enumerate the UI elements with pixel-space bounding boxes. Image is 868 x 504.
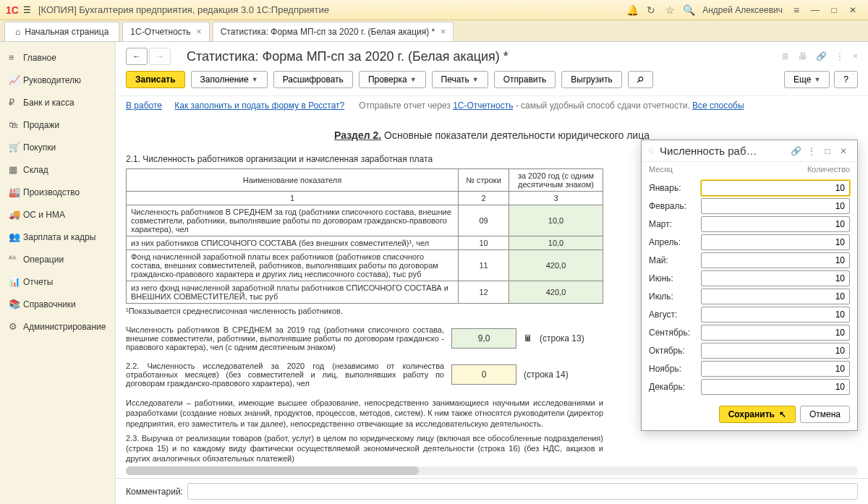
star-icon[interactable]: ☆: [660, 4, 679, 16]
sidebar-item-purchases[interactable]: 🛒Покупки: [0, 136, 115, 158]
search-icon[interactable]: 🔍: [679, 4, 698, 16]
month-input[interactable]: [701, 361, 850, 377]
people-icon: 👥: [9, 231, 23, 242]
month-row: Октябрь:: [649, 343, 850, 359]
headcount-popup: ☆ Численность раб… 🔗 ⋮ □ ✕ Месяц Количес…: [641, 140, 858, 431]
link-icon[interactable]: 🔗: [788, 146, 804, 156]
save-button[interactable]: Сохранить↖: [719, 406, 796, 423]
para-researchers: Исследователи – работники, имеющие высше…: [126, 398, 603, 429]
maximize-icon[interactable]: □: [820, 146, 835, 156]
ruble-icon: ₽: [9, 97, 23, 108]
tab-statistics[interactable]: Статистика: Форма МП-сп за 2020 г. (Бела…: [213, 22, 454, 41]
month-input[interactable]: [701, 325, 850, 341]
bag-icon: 🛍: [9, 119, 23, 130]
month-input[interactable]: [701, 289, 850, 304]
sidebar-item-catalogs[interactable]: 📚Справочники: [0, 293, 115, 315]
close-icon[interactable]: ×: [197, 27, 202, 37]
print-button[interactable]: Печать▼: [432, 71, 488, 88]
month-row: Ноябрь:: [649, 361, 850, 377]
kebab-icon[interactable]: ⋮: [804, 146, 820, 156]
send-button[interactable]: Отправить: [494, 71, 556, 88]
link-icon[interactable]: 🔗: [816, 51, 827, 61]
close-icon[interactable]: ×: [441, 27, 446, 37]
sidebar-item-reports[interactable]: 📊Отчеты: [0, 270, 115, 293]
nav-forward-button[interactable]: →: [149, 48, 171, 65]
minimize-button[interactable]: —: [806, 5, 825, 15]
page-title: Статистика: Форма МП-сп за 2020 г. (Бела…: [187, 49, 781, 64]
truck-icon: 🚚: [9, 209, 23, 220]
horizontal-scrollbar[interactable]: [126, 466, 858, 475]
close-window-button[interactable]: ✕: [843, 5, 862, 15]
month-input[interactable]: [701, 307, 850, 323]
sidebar-item-admin[interactable]: ⚙Администрирование: [0, 315, 115, 338]
kebab-icon[interactable]: ⋮: [835, 51, 844, 61]
month-input[interactable]: [701, 234, 850, 250]
sidebar-item-bank[interactable]: ₽Банк и касса: [0, 91, 115, 114]
value-researchers[interactable]: 0: [451, 364, 516, 385]
value-cell[interactable]: 10,0: [509, 236, 603, 250]
write-button[interactable]: Записать: [126, 71, 185, 88]
tab-home-label: Начальная страница: [25, 27, 109, 37]
value-cell[interactable]: 10,0: [509, 205, 603, 236]
form-body[interactable]: Раздел 2. Основные показатели деятельнос…: [116, 115, 868, 464]
attach-button[interactable]: ⚲: [628, 71, 653, 88]
maximize-button[interactable]: □: [825, 5, 843, 15]
tab-reporting[interactable]: 1С-Отчетность ×: [122, 22, 209, 41]
check-button[interactable]: Проверка▼: [359, 71, 426, 88]
sidebar-item-main[interactable]: ≡Главное: [0, 46, 115, 69]
sidebar-toggle-icon[interactable]: ≡: [787, 4, 806, 16]
month-input[interactable]: [701, 180, 850, 196]
sidebar-item-manager[interactable]: 📈Руководителю: [0, 69, 115, 91]
toolbar: Записать Заполнение▼ Расшифровать Провер…: [116, 68, 868, 96]
decode-button[interactable]: Расшифровать: [273, 71, 353, 88]
close-page-icon[interactable]: ×: [853, 51, 858, 61]
month-row: Апрель:: [649, 234, 850, 250]
month-row: Июнь:: [649, 270, 850, 286]
howto-link[interactable]: Как заполнить и подать форму в Росстат?: [174, 101, 344, 111]
month-input[interactable]: [701, 343, 850, 359]
reporting-link[interactable]: 1С-Отчетность: [453, 101, 513, 111]
value-2019[interactable]: 9,0: [451, 328, 516, 349]
sidebar-item-operations[interactable]: ᴬᵏОперации: [0, 248, 115, 270]
help-button[interactable]: ?: [834, 71, 858, 88]
tab-label: 1С-Отчетность: [130, 27, 190, 37]
sidebar-item-assets[interactable]: 🚚ОС и НМА: [0, 203, 115, 226]
table-row: Фонд начисленной заработной платы всех р…: [127, 250, 603, 281]
value-cell[interactable]: 420,0: [509, 250, 603, 281]
chevron-down-icon: ▼: [814, 76, 820, 83]
cancel-button[interactable]: Отмена: [800, 406, 850, 423]
nav-back-button[interactable]: ←: [126, 48, 148, 65]
tab-home[interactable]: ⌂ Начальная страница: [4, 22, 119, 41]
bell-icon[interactable]: 🔔: [623, 4, 642, 16]
more-button[interactable]: Еще▼: [784, 71, 830, 88]
status-link[interactable]: В работе: [126, 101, 162, 111]
sidebar-item-sales[interactable]: 🛍Продажи: [0, 114, 115, 136]
block-2019-text: Численность работников В СРЕДНЕМ за 2019…: [126, 325, 444, 351]
fill-button[interactable]: Заполнение▼: [191, 71, 268, 88]
sidebar-item-warehouse[interactable]: ▦Склад: [0, 158, 115, 181]
close-icon[interactable]: ✕: [835, 146, 851, 156]
month-row: Июль:: [649, 289, 850, 304]
report-icon[interactable]: 🗎: [781, 51, 790, 61]
print-icon[interactable]: 🖶: [799, 51, 807, 61]
sidebar-item-salary[interactable]: 👥Зарплата и кадры: [0, 226, 115, 248]
month-input[interactable]: [701, 252, 850, 268]
th-value: за 2020 год (с одним десятичным знаком): [509, 169, 603, 192]
month-input[interactable]: [701, 270, 850, 286]
value-cell[interactable]: 420,0: [509, 281, 603, 304]
month-label: Март:: [649, 219, 701, 229]
sidebar-item-production[interactable]: 🏭Производство: [0, 181, 115, 203]
export-button[interactable]: Выгрузить: [561, 71, 622, 88]
comment-input[interactable]: [187, 483, 858, 500]
popup-title: Численность раб…: [660, 145, 788, 157]
main-menu-icon[interactable]: ☰: [23, 5, 31, 15]
month-label: Декабрь:: [649, 382, 701, 392]
all-ways-link[interactable]: Все способы: [692, 101, 744, 111]
calculator-icon[interactable]: 🖩: [524, 333, 532, 343]
month-input[interactable]: [701, 379, 850, 395]
month-input[interactable]: [701, 198, 850, 214]
history-icon[interactable]: ↻: [642, 4, 660, 16]
month-input[interactable]: [701, 216, 850, 232]
star-icon[interactable]: ☆: [647, 146, 655, 156]
user-name[interactable]: Андрей Алексеевич: [702, 5, 783, 15]
